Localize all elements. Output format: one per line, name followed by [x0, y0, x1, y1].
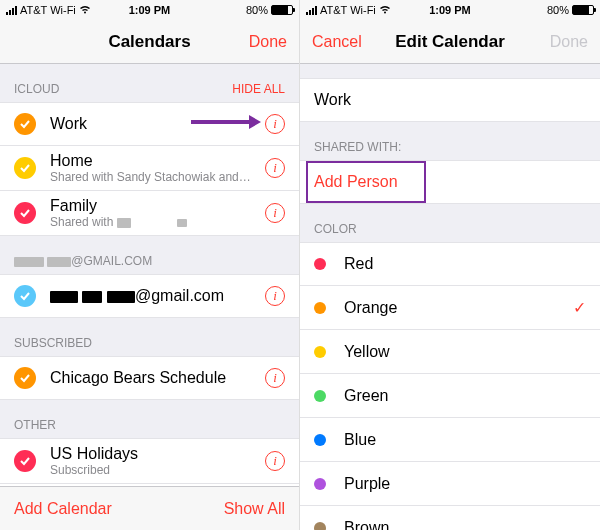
calendar-row-gmail[interactable]: @gmail.com i: [0, 274, 299, 318]
done-button[interactable]: Done: [249, 33, 287, 51]
bottom-toolbar: Add Calendar Show All: [0, 486, 299, 530]
info-button[interactable]: i: [265, 368, 285, 388]
cancel-button[interactable]: Cancel: [312, 33, 362, 51]
section-header-shared-with: SHARED WITH:: [300, 122, 600, 160]
section-header-other: OTHER: [0, 400, 299, 438]
section-header-icloud: ICLOUD HIDE ALL: [0, 64, 299, 102]
add-person-button[interactable]: Add Person: [300, 160, 600, 204]
info-button[interactable]: i: [265, 158, 285, 178]
calendar-row-us-holidays[interactable]: US Holidays Subscribed i: [0, 438, 299, 484]
hide-all-button[interactable]: HIDE ALL: [232, 82, 285, 96]
calendar-label: @gmail.com: [50, 287, 265, 305]
color-row-green[interactable]: Green: [300, 374, 600, 418]
calendar-sublabel: Shared with Sandy Stachowiak and…: [50, 170, 265, 184]
info-button[interactable]: i: [265, 114, 285, 134]
checkmark-icon: [14, 202, 36, 224]
battery-percent: 80%: [246, 4, 268, 16]
status-bar: AT&T Wi-Fi 1:09 PM 80%: [300, 0, 600, 20]
info-button[interactable]: i: [265, 286, 285, 306]
arrow-icon: [191, 113, 261, 135]
calendar-sublabel: Subscribed: [50, 463, 265, 477]
calendar-row-chicago[interactable]: Chicago Bears Schedule i: [0, 356, 299, 400]
battery-percent: 80%: [547, 4, 569, 16]
battery-icon: [271, 5, 293, 15]
checkmark-icon: [14, 157, 36, 179]
nav-bar: Calendars Done: [0, 20, 299, 64]
calendar-label: Family: [50, 197, 265, 215]
color-dot-icon: [314, 390, 326, 402]
checkmark-icon: [14, 450, 36, 472]
info-button[interactable]: i: [265, 203, 285, 223]
clock: 1:09 PM: [429, 4, 471, 16]
section-header-subscribed: SUBSCRIBED: [0, 318, 299, 356]
color-row-purple[interactable]: Purple: [300, 462, 600, 506]
checkmark-icon: [14, 285, 36, 307]
show-all-button[interactable]: Show All: [224, 500, 285, 518]
color-row-yellow[interactable]: Yellow: [300, 330, 600, 374]
status-bar: AT&T Wi-Fi 1:09 PM 80%: [0, 0, 299, 20]
color-dot-icon: [314, 346, 326, 358]
section-header-gmail: @GMAIL.COM: [0, 236, 299, 274]
signal-icon: [306, 6, 317, 15]
signal-icon: [6, 6, 17, 15]
wifi-icon: [79, 4, 91, 16]
calendar-label: Chicago Bears Schedule: [50, 369, 265, 387]
calendar-row-family[interactable]: Family Shared with i: [0, 191, 299, 236]
info-button[interactable]: i: [265, 451, 285, 471]
color-dot-icon: [314, 434, 326, 446]
color-dot-icon: [314, 478, 326, 490]
color-dot-icon: [314, 522, 326, 531]
color-dot-icon: [314, 302, 326, 314]
checkmark-icon: [14, 367, 36, 389]
color-row-blue[interactable]: Blue: [300, 418, 600, 462]
calendar-sublabel: Shared with: [50, 215, 265, 229]
color-row-orange[interactable]: Orange✓: [300, 286, 600, 330]
page-title: Edit Calendar: [395, 32, 505, 52]
carrier-label: AT&T Wi-Fi: [20, 4, 76, 16]
color-row-brown[interactable]: Brown: [300, 506, 600, 530]
edit-calendar-screen: AT&T Wi-Fi 1:09 PM 80% Cancel Edit Calen…: [300, 0, 600, 530]
battery-icon: [572, 5, 594, 15]
checkmark-icon: ✓: [573, 298, 586, 317]
clock: 1:09 PM: [129, 4, 171, 16]
calendar-label: Home: [50, 152, 265, 170]
carrier-label: AT&T Wi-Fi: [320, 4, 376, 16]
add-calendar-button[interactable]: Add Calendar: [14, 500, 112, 518]
wifi-icon: [379, 4, 391, 16]
done-button[interactable]: Done: [550, 33, 588, 51]
color-dot-icon: [314, 258, 326, 270]
calendar-label: US Holidays: [50, 445, 265, 463]
calendars-screen: AT&T Wi-Fi 1:09 PM 80% Calendars Done IC…: [0, 0, 300, 530]
section-header-color: COLOR: [300, 204, 600, 242]
page-title: Calendars: [108, 32, 190, 52]
calendar-row-work[interactable]: Work i: [0, 102, 299, 146]
nav-bar: Cancel Edit Calendar Done: [300, 20, 600, 64]
color-row-red[interactable]: Red: [300, 242, 600, 286]
calendar-name-field[interactable]: Work: [300, 78, 600, 122]
calendar-row-home[interactable]: Home Shared with Sandy Stachowiak and… i: [0, 146, 299, 191]
checkmark-icon: [14, 113, 36, 135]
